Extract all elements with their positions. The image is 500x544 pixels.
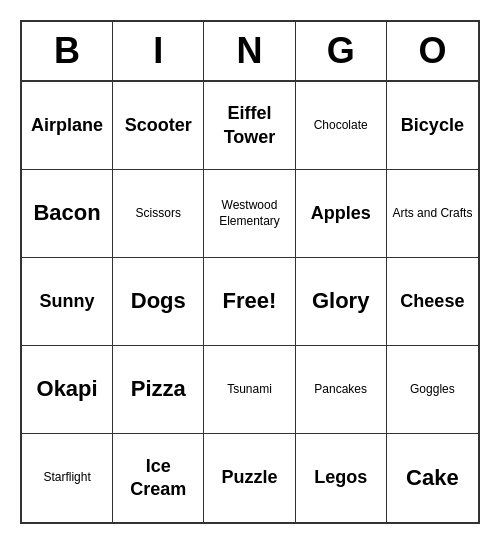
bingo-cell-17: Tsunami bbox=[204, 346, 295, 434]
bingo-cell-19: Goggles bbox=[387, 346, 478, 434]
bingo-cell-23: Legos bbox=[296, 434, 387, 522]
header-letter-i: I bbox=[113, 22, 204, 80]
bingo-cell-5: Bacon bbox=[22, 170, 113, 258]
bingo-cell-6: Scissors bbox=[113, 170, 204, 258]
bingo-cell-16: Pizza bbox=[113, 346, 204, 434]
bingo-grid: AirplaneScooterEiffel TowerChocolateBicy… bbox=[22, 82, 478, 522]
bingo-cell-18: Pancakes bbox=[296, 346, 387, 434]
bingo-cell-3: Chocolate bbox=[296, 82, 387, 170]
header-letter-b: B bbox=[22, 22, 113, 80]
bingo-cell-24: Cake bbox=[387, 434, 478, 522]
bingo-cell-7: Westwood Elementary bbox=[204, 170, 295, 258]
bingo-card: BINGO AirplaneScooterEiffel TowerChocola… bbox=[20, 20, 480, 524]
bingo-cell-20: Starflight bbox=[22, 434, 113, 522]
bingo-cell-9: Arts and Crafts bbox=[387, 170, 478, 258]
bingo-cell-8: Apples bbox=[296, 170, 387, 258]
bingo-cell-14: Cheese bbox=[387, 258, 478, 346]
bingo-cell-4: Bicycle bbox=[387, 82, 478, 170]
bingo-cell-13: Glory bbox=[296, 258, 387, 346]
bingo-cell-1: Scooter bbox=[113, 82, 204, 170]
bingo-cell-10: Sunny bbox=[22, 258, 113, 346]
bingo-cell-11: Dogs bbox=[113, 258, 204, 346]
bingo-cell-12: Free! bbox=[204, 258, 295, 346]
bingo-cell-22: Puzzle bbox=[204, 434, 295, 522]
header-letter-g: G bbox=[296, 22, 387, 80]
bingo-cell-0: Airplane bbox=[22, 82, 113, 170]
bingo-cell-2: Eiffel Tower bbox=[204, 82, 295, 170]
header-letter-n: N bbox=[204, 22, 295, 80]
bingo-header: BINGO bbox=[22, 22, 478, 82]
header-letter-o: O bbox=[387, 22, 478, 80]
bingo-cell-15: Okapi bbox=[22, 346, 113, 434]
bingo-cell-21: Ice Cream bbox=[113, 434, 204, 522]
